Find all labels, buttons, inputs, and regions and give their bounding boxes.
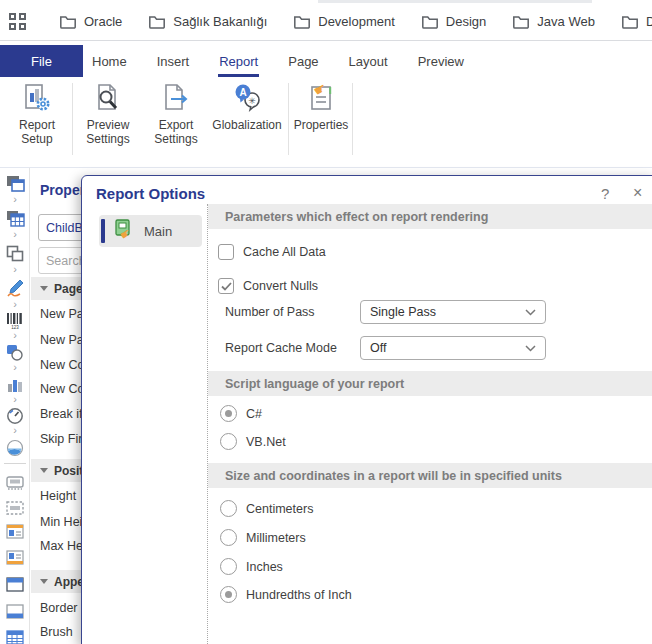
folder-icon <box>293 14 311 29</box>
tab-preview[interactable]: Preview <box>417 45 465 77</box>
svg-text:✳: ✳ <box>248 96 256 106</box>
tab-insert[interactable]: Insert <box>156 45 191 77</box>
collapse-triangle-icon <box>40 286 48 291</box>
chevron-down-icon <box>525 345 536 352</box>
radio-icon <box>220 529 237 546</box>
ribbon-body: Report Setup Preview Settings Export Set… <box>0 77 652 168</box>
dialog-content: Parameters which effect on report render… <box>208 176 652 644</box>
folder-icon <box>421 14 439 29</box>
bookmarks-bar: Oracle Sağlık Bakanlığı Development Desi… <box>0 3 652 41</box>
globalization-button[interactable]: ✳ A Globalization <box>209 82 285 132</box>
bookmark-folder-javaweb[interactable]: Java Web <box>512 14 595 29</box>
report-cache-mode-select[interactable]: Off <box>360 336 546 360</box>
collapse-triangle-icon <box>40 579 48 584</box>
clone-component-icon[interactable] <box>0 245 30 262</box>
page-component-icon[interactable] <box>0 175 30 192</box>
apps-grid-icon[interactable] <box>9 13 26 31</box>
chevron-right-icon[interactable]: › <box>0 425 30 435</box>
tab-page[interactable]: Page <box>287 45 319 77</box>
tab-report[interactable]: Report <box>218 45 259 77</box>
section-header-script-language: Script language of your report <box>208 371 652 396</box>
chart-component-icon[interactable] <box>0 376 30 393</box>
export-settings-button[interactable]: Export Settings <box>145 82 207 146</box>
bookmark-label: DevServer <box>646 14 652 29</box>
property-item[interactable]: Brush <box>40 625 73 639</box>
report-setup-button[interactable]: Report Setup <box>6 82 68 146</box>
chevron-down-icon <box>525 309 536 316</box>
radio-millimeters[interactable]: Millimeters <box>220 529 306 546</box>
preview-settings-button[interactable]: Preview Settings <box>77 82 139 146</box>
chevron-right-icon[interactable]: › <box>0 394 30 404</box>
folder-icon <box>512 14 530 29</box>
radio-inches[interactable]: Inches <box>220 558 283 575</box>
property-item[interactable]: Break if <box>40 407 82 421</box>
bookmark-folder-saglik[interactable]: Sağlık Bakanlığı <box>148 14 267 29</box>
property-item[interactable]: Height <box>40 489 76 503</box>
radio-vbnet[interactable]: VB.Net <box>220 433 286 450</box>
property-item[interactable]: Border <box>40 601 78 615</box>
chevron-right-icon[interactable]: › <box>0 264 30 274</box>
chevron-right-icon[interactable]: › <box>0 229 30 239</box>
number-of-pass-row: Number of Pass Single Pass <box>208 300 652 324</box>
radio-hundredths-of-inch[interactable]: Hundredths of Inch <box>220 586 352 603</box>
chevron-right-icon[interactable]: › <box>0 194 30 204</box>
tab-home[interactable]: Home <box>91 45 128 77</box>
report-cache-mode-row: Report Cache Mode Off <box>208 336 652 360</box>
chevron-right-icon[interactable]: › <box>0 330 30 340</box>
bookmark-folder-oracle[interactable]: Oracle <box>59 14 122 29</box>
bookmark-label: Sağlık Bakanlığı <box>173 14 267 29</box>
main-tab-icon: ☛ <box>113 218 135 244</box>
checkbox-convert-nulls[interactable]: Convert Nulls <box>218 278 318 294</box>
barcode-icon[interactable]: 123 <box>0 312 30 329</box>
checkbox-icon <box>218 244 234 260</box>
dialog-tab-main[interactable]: ☛ Main <box>99 215 202 247</box>
collapse-triangle-icon <box>40 468 48 473</box>
ribbon-separator <box>72 83 73 155</box>
ribbon-separator <box>352 83 353 155</box>
radio-icon <box>220 433 237 450</box>
ribbon-button-label: Globalization <box>209 118 285 132</box>
band-header-icon[interactable] <box>0 577 30 592</box>
tab-layout[interactable]: Layout <box>348 45 389 77</box>
ribbon-button-label: Export Settings <box>145 118 207 146</box>
properties-icon: ☛ <box>291 82 351 116</box>
gauge-component-icon[interactable] <box>0 407 30 425</box>
chevron-right-icon[interactable]: › <box>0 299 30 309</box>
band-dashed-icon[interactable] <box>0 501 30 515</box>
ribbon-separator <box>288 83 289 155</box>
table-component-icon[interactable] <box>0 210 30 227</box>
globalization-icon: ✳ A <box>209 82 285 116</box>
section-header-units: Size and coordinates in a report will be… <box>208 463 652 488</box>
number-of-pass-select[interactable]: Single Pass <box>360 300 546 324</box>
shape-component-icon[interactable] <box>0 344 30 361</box>
folder-icon <box>59 14 77 29</box>
band-gray-dotted-icon[interactable] <box>0 476 30 490</box>
radio-icon <box>220 500 237 517</box>
band-orange-top-icon[interactable] <box>0 524 30 539</box>
bookmark-folder-development[interactable]: Development <box>293 14 395 29</box>
file-tab[interactable]: File <box>0 45 83 77</box>
signature-pencil-icon[interactable] <box>0 279 30 298</box>
radio-icon <box>220 558 237 575</box>
band-orange-bottom-icon[interactable] <box>0 550 30 565</box>
bookmark-folder-devserver[interactable]: DevServer <box>621 14 652 29</box>
chevron-right-icon[interactable]: › <box>0 362 30 372</box>
report-options-dialog: Report Options ? × ☛ Main Parameters whi… <box>81 175 652 644</box>
dialog-tab-label: Main <box>144 224 172 239</box>
radio-csharp[interactable]: C# <box>220 405 262 422</box>
radio-centimeters[interactable]: Centimeters <box>220 500 313 517</box>
band-table-icon[interactable] <box>0 630 30 644</box>
bookmark-label: Design <box>446 14 486 29</box>
bookmark-folder-design[interactable]: Design <box>421 14 486 29</box>
checkbox-cache-all-data[interactable]: Cache All Data <box>218 244 326 260</box>
properties-panel-title: Proper <box>40 182 85 198</box>
radio-selected-icon <box>220 586 237 603</box>
properties-panel: Proper ChildBa Search Page New Pag New P… <box>31 168 85 644</box>
section-header-rendering: Parameters which effect on report render… <box>208 204 652 229</box>
sphere-component-icon[interactable] <box>0 439 30 457</box>
dialog-title: Report Options <box>96 185 205 202</box>
report-setup-icon <box>6 82 68 116</box>
toolbar-divider <box>4 463 26 464</box>
properties-button[interactable]: ☛ Properties <box>291 82 351 132</box>
band-footer-icon[interactable] <box>0 604 30 619</box>
